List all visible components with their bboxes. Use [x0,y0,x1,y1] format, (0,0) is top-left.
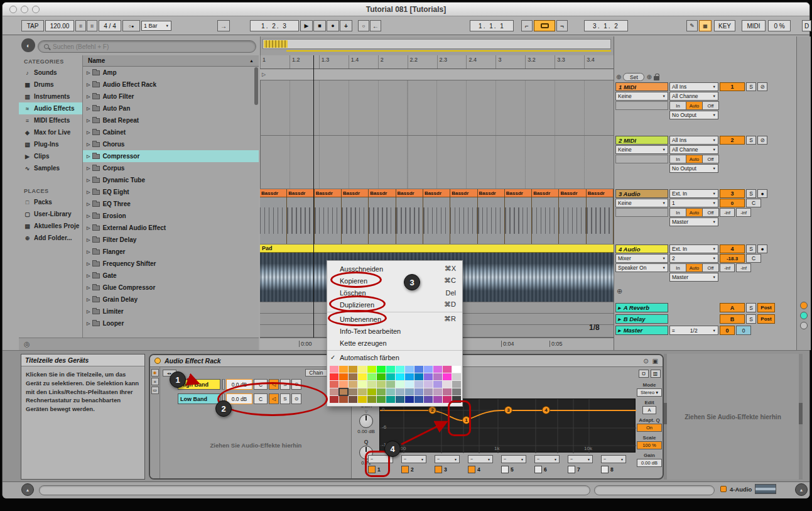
audio-clip[interactable]: Bassdr [315,189,342,244]
color-swatch[interactable] [386,381,395,388]
track-header[interactable]: 2 MIDI [615,136,668,145]
sort-icon[interactable]: ▲ [249,58,254,63]
sidebar-category[interactable]: ≡ MIDI Effects [19,114,82,126]
color-swatch[interactable] [386,373,395,380]
sidebar-place[interactable]: □ Packs [19,196,82,208]
solo-button[interactable]: S [746,303,756,312]
color-swatch[interactable] [414,366,423,373]
sidebar-category[interactable]: ▧ Plug-Ins [19,138,82,150]
browser-item[interactable]: Beat Repeat [83,114,259,126]
chain-solo-button[interactable]: S [280,379,290,390]
clip-waveform[interactable] [369,197,395,244]
clip-waveform[interactable] [559,197,585,244]
browser-item[interactable]: Audio Effect Rack [83,79,259,91]
menu-item[interactable]: Kette erzeugen [327,337,462,349]
loop-region-line[interactable] [286,50,611,52]
track-number[interactable]: 4 [720,245,745,253]
clip-title[interactable]: Bassdr [342,189,368,197]
color-swatch[interactable] [424,373,433,380]
filter-type-chooser[interactable]: ~ [468,455,493,463]
chain-list-view-button[interactable]: ≡ [151,378,159,385]
clip-waveform[interactable] [423,197,450,244]
color-swatch[interactable] [377,388,386,395]
color-swatch[interactable] [414,381,423,388]
filter-type-chooser[interactable]: ~ [401,455,426,463]
analyze-icon[interactable]: ▥ [651,370,661,378]
monitor-auto[interactable]: Auto [686,208,703,217]
input-type-chooser[interactable]: All Ins [669,136,718,145]
clip-waveform[interactable] [287,197,313,244]
audio-clip[interactable]: Bassdr [342,189,369,244]
loop-button[interactable] [534,20,555,31]
output-gain-value[interactable]: 0.00 dB [637,459,662,467]
clip-title[interactable]: Bassdr [396,189,423,197]
post-button[interactable]: Post [757,303,775,312]
sub-chooser[interactable]: Keine [615,199,668,207]
clip-waveform[interactable] [587,197,613,244]
clip-title[interactable]: Bassdr [369,189,395,197]
post-button[interactable]: Post [757,314,775,324]
output-chooser[interactable]: No Output [669,164,718,173]
color-swatch[interactable] [349,381,357,388]
hot-swap-icon[interactable]: ⊙ [291,379,301,390]
audio-clip[interactable]: Bassdr [587,189,614,244]
browser-item[interactable]: Frequency Shifter [83,258,259,270]
tempo-display[interactable]: 120.00 [45,20,74,31]
browser-item[interactable]: Gate [83,270,259,282]
gain-knob[interactable] [359,414,373,428]
color-swatch[interactable] [452,388,461,395]
sidebar-place[interactable]: ▢ User-Library [19,208,82,220]
search-field[interactable] [38,40,256,53]
browser-item[interactable]: Chorus [83,138,259,150]
sidebar-category[interactable]: ≈ Audio Effects [19,102,82,114]
chain-volume[interactable]: 0.0 dB [226,379,252,390]
return-track-header[interactable]: A Reverb [615,303,668,312]
audio-clip[interactable]: Bassdr [260,189,287,244]
band-activator-checkbox[interactable] [568,466,575,473]
master-dot-icon[interactable] [800,322,808,329]
clip-title[interactable]: Bassdr [450,189,477,197]
color-swatch[interactable] [405,366,414,373]
solo-button[interactable]: S [746,82,756,91]
chain-activator speaker-icon[interactable]: ◁ [269,379,279,390]
color-swatch[interactable] [405,388,414,395]
color-swatch[interactable] [396,366,404,373]
filter-type-chooser[interactable]: ~ [568,455,593,463]
clip-waveform[interactable] [396,197,423,244]
browser-item[interactable]: Corpus [83,162,259,174]
computer-midi-keyboard-button[interactable]: ▦ [699,20,712,31]
band-activator-checkbox[interactable] [468,466,475,473]
color-swatch[interactable] [443,373,452,380]
color-swatch[interactable] [339,366,348,373]
sidebar-category[interactable]: ◈ Max for Live [19,126,82,138]
monitor-in[interactable]: In [669,155,686,163]
browser-item[interactable]: EQ Eight [83,186,259,198]
audio-clip[interactable]: Bassdr [423,189,450,244]
color-swatch[interactable] [330,381,338,388]
set-button[interactable]: Set [623,73,644,81]
browser-item[interactable]: Glue Compressor [83,282,259,294]
sidebar-place[interactable]: ⊕ Add Folder... [19,232,82,244]
return-letter[interactable]: B [720,314,745,324]
color-swatch[interactable] [396,396,404,403]
color-swatch[interactable] [339,396,348,403]
filter-type-chooser[interactable]: ~ [534,455,560,463]
input-channel-chooser[interactable]: All Channe [669,92,718,101]
band-activator-checkbox[interactable] [401,466,409,473]
clip-title[interactable]: Bassdr [532,189,558,197]
eq-node-2[interactable]: 2 [428,406,436,414]
return-track-header[interactable]: B Delay [615,314,668,324]
chain-pan[interactable]: C [254,393,268,404]
input-type-chooser[interactable]: All Ins [669,82,718,91]
color-swatch[interactable] [443,388,452,395]
menu-item[interactable]: Duplizieren ⌘D [327,299,462,310]
overdub-button[interactable]: + [340,20,352,31]
volume-display[interactable]: 0 [720,199,745,207]
automation-arm-button[interactable]: ○ [358,20,369,31]
color-swatch[interactable] [414,396,423,403]
eq-node-1[interactable]: 1 [462,416,470,424]
color-swatch[interactable] [367,396,376,403]
browser-item[interactable]: Auto Pan [83,102,259,114]
color-swatch[interactable] [433,396,442,403]
row3-chooser[interactable]: Speaker On [615,263,668,272]
